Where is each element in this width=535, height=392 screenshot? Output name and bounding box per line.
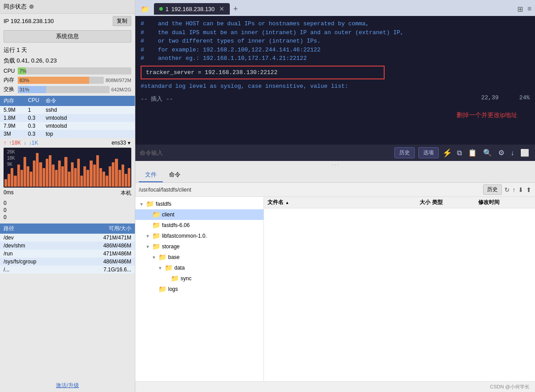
chart-label-9k: 9K xyxy=(7,162,12,167)
menu-icon[interactable]: ≡ xyxy=(526,5,533,13)
download-file-icon[interactable]: ⬇ xyxy=(518,186,523,193)
history-path-button[interactable]: 历史 xyxy=(483,184,502,195)
column-mtime: 修改时间 xyxy=(478,199,531,206)
tree-item-storage[interactable]: ▼ 📁 storage xyxy=(135,241,264,252)
tree-toggle-icon: ▼ xyxy=(145,234,151,239)
file-manager-tabs: 文件 命令 xyxy=(135,168,535,183)
tab-files[interactable]: 文件 xyxy=(139,168,163,182)
process-row: 3M 0.3 top xyxy=(0,130,135,138)
swap-progress: 31% xyxy=(18,86,110,93)
tree-item-fastdfs606[interactable]: 📁 fastdfs-6.06 xyxy=(135,220,264,231)
tab-number: 1 xyxy=(165,6,169,12)
disk-section: 路径 可用/大小 /dev 471M/471M /dev/shm 486M/48… xyxy=(0,223,135,274)
upload-arrow-icon: ↑ xyxy=(4,140,6,146)
local-label: 本机 xyxy=(121,189,131,197)
tab-command[interactable]: 命令 xyxy=(163,168,187,182)
disk-size: 7.1G/16.6... xyxy=(91,267,131,273)
proc-cmd: top xyxy=(46,131,131,137)
proc-header-mem: 内存 xyxy=(4,97,28,105)
tree-label: logs xyxy=(168,286,178,292)
tree-item-libfastcommon[interactable]: ▼ 📁 libfastcommon-1.0. xyxy=(135,231,264,241)
network-interface-selector[interactable]: ens33 ▼ xyxy=(111,140,131,146)
activate-button[interactable]: 激活/升级 xyxy=(0,379,135,392)
file-manager-path-bar: 历史 ↻ ↑ ⬇ ⬆ xyxy=(135,183,535,197)
term-line-3: # or two different types of inner (intra… xyxy=(141,37,530,46)
refresh-icon[interactable]: ↻ xyxy=(504,186,510,193)
term-percent: 24% xyxy=(519,94,530,101)
tree-item-sync[interactable]: 📁 sync xyxy=(135,273,264,284)
tab-close-button[interactable]: ✕ xyxy=(219,5,224,12)
swap-size: 642M/2G xyxy=(111,87,131,92)
column-filename[interactable]: 文件名 ▲ xyxy=(268,199,384,206)
tree-item-fastdfs[interactable]: ▼ 📁 fastdfs xyxy=(135,199,264,209)
upload-file-icon[interactable]: ⬆ xyxy=(526,186,531,193)
grid-view-icon[interactable]: ⊞ xyxy=(515,5,525,13)
fullscreen-icon[interactable]: ⬜ xyxy=(519,149,531,157)
settings-icon[interactable]: ⚙ xyxy=(497,149,506,157)
disk-row: /sys/fs/cgroup 486M/486M xyxy=(0,258,135,266)
swap-label: 交换 xyxy=(4,86,16,93)
proc-cmd: vmtoolsd xyxy=(46,115,131,121)
filename-label: 文件名 xyxy=(268,199,283,206)
tree-item-client[interactable]: 📁 client xyxy=(135,209,264,220)
term-line-2: # the dual IPS must be an inner (intrane… xyxy=(141,28,530,37)
proc-cpu: 0.3 xyxy=(28,123,46,129)
tree-label: data xyxy=(174,265,185,271)
tree-label: libfastcommon-1.0. xyxy=(162,233,207,239)
lightning-icon[interactable]: ⚡ xyxy=(442,148,452,158)
options-button[interactable]: 选项 xyxy=(418,147,439,158)
folder-icon: 📁 xyxy=(146,200,154,208)
up-dir-icon[interactable]: ↑ xyxy=(512,186,515,193)
file-manager-body: ▼ 📁 fastdfs 📁 client 📁 fastdfs-6.06 ▼ 📁 xyxy=(135,197,535,381)
terminal-area[interactable]: # and the HOST can be dual IPs or hostna… xyxy=(135,16,535,145)
uptime-label: 运行 1 天 xyxy=(0,44,135,56)
search-icon[interactable]: 🔍 xyxy=(482,149,493,157)
tree-toggle-icon: ▼ xyxy=(138,202,145,207)
copy2-icon[interactable]: ⧉ xyxy=(456,149,463,157)
path-input[interactable] xyxy=(139,187,480,193)
disk-row: /... 7.1G/16.6... xyxy=(0,266,135,274)
disk-size: 471M/486M xyxy=(91,251,131,257)
tree-item-logs[interactable]: 📁 logs xyxy=(135,284,264,294)
tree-label: fastdfs-6.06 xyxy=(162,222,190,228)
copy-ip-button[interactable]: 复制 xyxy=(113,16,131,26)
left-panel: 同步状态 IP 192.168.238.130 复制 系统信息 运行 1 天 负… xyxy=(0,0,135,392)
latency-value: 0ms xyxy=(4,189,14,197)
process-table-header: 内存 CPU 命令 xyxy=(0,96,135,106)
command-input[interactable] xyxy=(140,149,391,156)
file-list: 文件名 ▲ 大小 类型 修改时间 xyxy=(264,197,535,381)
history-button[interactable]: 历史 xyxy=(394,147,415,158)
disk-path: /dev xyxy=(4,235,91,241)
terminal-tab[interactable]: 1 192.168.238.130 ✕ xyxy=(154,3,230,15)
sort-asc-icon: ▲ xyxy=(285,200,289,205)
disk-row: /run 471M/486M xyxy=(0,250,135,258)
ip-row: IP 192.168.238.130 复制 xyxy=(0,14,135,28)
folder-icon: 📁 xyxy=(152,243,161,251)
term-annotation: 删掉一个并更改ip地址 xyxy=(456,111,517,119)
chevron-down-icon: ▼ xyxy=(127,141,131,145)
tree-item-base[interactable]: ▼ 📁 base xyxy=(135,252,264,263)
proc-mem: 7.9M xyxy=(4,123,28,129)
tab-ip-label: 192.168.238.130 xyxy=(171,6,215,12)
process-row: 7.9M 0.3 vmtoolsd xyxy=(0,122,135,130)
tree-label: fastdfs xyxy=(156,201,171,207)
folder-icon[interactable]: 📁 xyxy=(137,3,153,15)
sysinfo-button[interactable]: 系统信息 xyxy=(4,30,131,43)
download-speed: ↓1K xyxy=(29,140,38,146)
column-type: 类型 xyxy=(432,199,476,206)
download-icon[interactable]: ↓ xyxy=(509,149,515,157)
chart-label-26k: 26K xyxy=(7,149,15,154)
command-bar: 历史 选项 ⚡ ⧉ 📋 🔍 ⚙ ↓ ⬜ xyxy=(135,145,535,161)
proc-cpu: 0.3 xyxy=(28,115,46,121)
tab-bar: 📁 1 192.168.238.130 ✕ + ⊞ ≡ xyxy=(135,0,535,16)
proc-cmd: vmtoolsd xyxy=(46,123,131,129)
iface-label: ens33 xyxy=(111,140,126,146)
file-list-header: 文件名 ▲ 大小 类型 修改时间 xyxy=(264,197,535,208)
paste-icon[interactable]: 📋 xyxy=(467,149,478,157)
right-panel: 📁 1 192.168.238.130 ✕ + ⊞ ≡ # and the HO… xyxy=(135,0,535,392)
mem-size: 808M/972M xyxy=(106,78,131,83)
add-tab-button[interactable]: + xyxy=(231,4,241,14)
proc-cmd: sshd xyxy=(46,107,131,113)
tree-item-data[interactable]: ▼ 📁 data xyxy=(135,263,264,273)
folder-icon: 📁 xyxy=(152,232,161,240)
